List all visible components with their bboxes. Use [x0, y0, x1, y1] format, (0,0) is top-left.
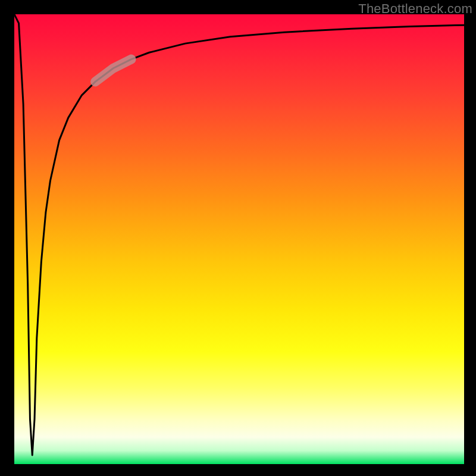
curve-layer	[14, 14, 464, 464]
chart-frame: TheBottleneck.com	[0, 0, 476, 476]
bottleneck-curve	[14, 14, 464, 455]
highlight-segment	[95, 60, 131, 82]
attribution-label: TheBottleneck.com	[358, 1, 472, 17]
plot-area	[14, 14, 464, 464]
